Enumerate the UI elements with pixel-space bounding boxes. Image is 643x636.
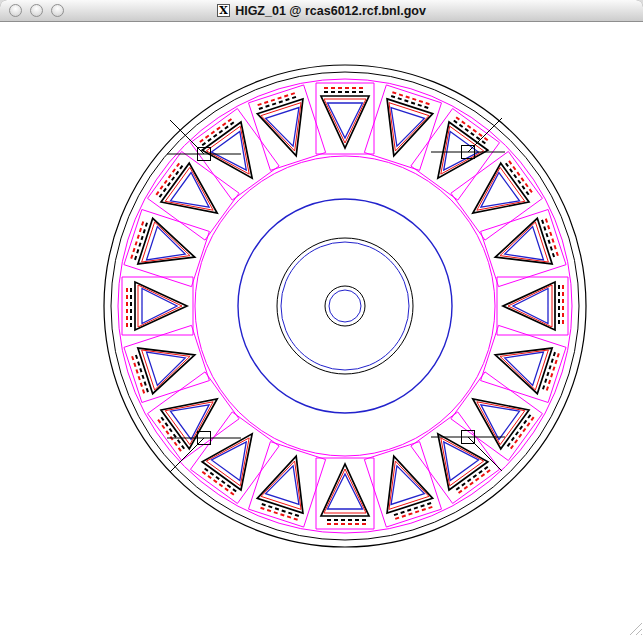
detector-module [316,83,374,154]
window-title-group: X HIGZ_01 @ rcas6012.rcf.bnl.gov [0,0,643,21]
module-base-dashes [456,470,490,495]
fiducial-marker [167,120,241,161]
detector-module [124,210,209,287]
module-base-dashes [456,117,490,142]
detector-circle [325,286,365,326]
module-base-dashes [200,117,234,142]
detector-module [124,325,209,402]
window-controls [9,4,64,17]
detector-module [364,85,441,170]
higz-canvas[interactable] [0,22,643,636]
module-triangle [138,285,182,327]
module-base-dashes [156,161,181,195]
module-base-dashes [156,417,181,451]
minimize-button[interactable] [30,4,43,17]
module-box [249,85,326,170]
detector-circle [329,290,361,322]
detector-module [249,442,326,527]
module-triangle [324,99,366,143]
detector-module [122,277,193,335]
detector-circle [281,242,409,370]
detector-module [364,442,441,527]
detector-circle [195,156,495,456]
module-triangle [508,285,552,327]
x11-window: X HIGZ_01 @ rcas6012.rcf.bnl.gov [0,0,643,636]
title-bar[interactable]: X HIGZ_01 @ rcas6012.rcf.bnl.gov [0,0,643,22]
detector-module [481,325,566,402]
module-box [124,210,209,287]
fiducial-marker [167,432,241,473]
module-box [124,325,209,402]
window-title: HIGZ_01 @ rcas6012.rcf.bnl.gov [235,4,426,18]
detector-circle [238,199,452,413]
module-base-dashes [200,470,234,495]
detector-module [481,210,566,287]
zoom-button[interactable] [51,4,64,17]
close-button[interactable] [9,4,22,17]
module-box [364,442,441,527]
detector-circle [277,238,413,374]
module-base-dashes [509,417,534,451]
module-box [481,325,566,402]
module-base-dashes [509,161,534,195]
x11-icon: X [217,4,230,17]
module-box [481,210,566,287]
detector-module [316,458,374,529]
module-box [364,85,441,170]
detector-module [497,277,568,335]
detector-drawing [0,22,643,636]
detector-module [249,85,326,170]
module-box [249,442,326,527]
module-triangle [324,469,366,513]
